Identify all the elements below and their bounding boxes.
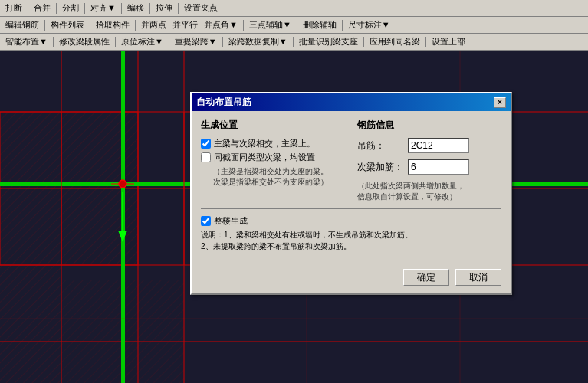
field2-input[interactable]	[408, 159, 469, 175]
dialog-footer: 确定 取消	[192, 266, 511, 293]
sep2	[56, 3, 57, 14]
dialog-title: 自动布置吊筋	[196, 96, 251, 109]
confirm-button[interactable]: 确定	[403, 269, 449, 286]
toolbar-twopoint[interactable]: 并两点	[139, 18, 169, 31]
toolbar-top: 打断 合并 分割 对齐▼ 编移 拉伸 设置夹点	[0, 0, 588, 17]
sep15	[169, 37, 169, 47]
toolbar-edit-rebar[interactable]: 编辑钢筋	[3, 18, 41, 31]
checkbox1[interactable]	[201, 139, 211, 149]
toolbar-cut[interactable]: 打断	[3, 2, 25, 15]
toolbar-3axis[interactable]: 三点辅轴▼	[247, 18, 294, 31]
field1-input[interactable]	[408, 138, 469, 153]
toolbar-set-top[interactable]: 设置上部	[429, 35, 468, 48]
toolbar-mid: 编辑钢筋 构件列表 拾取构件 并两点 并平行 并点角▼ 三点辅轴▼ 删除辅轴 尺…	[0, 17, 588, 34]
toolbar-del-axis[interactable]: 删除辅轴	[301, 18, 339, 31]
sep11	[297, 20, 297, 31]
sep8	[90, 20, 90, 31]
sep12	[342, 20, 343, 31]
field1-label: 吊筋：	[357, 139, 403, 152]
field2-row: 次梁加筋：	[357, 159, 501, 175]
toolbar-re-beam[interactable]: 重提梁跨▼	[172, 35, 219, 48]
cancel-button[interactable]: 取消	[455, 269, 501, 286]
dialog-close-button[interactable]: ×	[494, 97, 506, 108]
sep18	[363, 37, 364, 47]
toolbar-dim[interactable]: 尺寸标注▼	[346, 18, 393, 31]
checkbox2-label: 同截面同类型次梁，均设置	[214, 152, 315, 162]
left-section-title: 生成位置	[201, 119, 345, 132]
section-right: 钢筋信息 吊筋： 次梁加筋： （此处指次梁两侧共增加数量，信息取自计算设置，可修…	[357, 119, 501, 202]
sep10	[243, 20, 244, 31]
toolbar-setpoint[interactable]: 设置夹点	[182, 2, 220, 15]
toolbar-angle[interactable]: 并点角▼	[202, 18, 240, 31]
toolbar-copy-span[interactable]: 梁跨数据复制▼	[226, 35, 290, 48]
sep13	[53, 37, 54, 47]
toolbar-pick[interactable]: 拾取构件	[94, 18, 132, 31]
dialog-titlebar: 自动布置吊筋 ×	[192, 93, 511, 111]
sep14	[115, 37, 116, 47]
whole-floor-row: 整楼生成	[201, 215, 501, 226]
section-left: 生成位置 主梁与次梁相交，主梁上。 同截面同类型次梁，均设置 （主梁是指梁相交处…	[201, 119, 345, 202]
toolbar-move[interactable]: 编移	[125, 2, 146, 15]
dialog-auto-stirrup: 自动布置吊筋 × 生成位置 主梁与次梁相交，主梁上。 同截面同类型次梁，均设置 …	[190, 92, 512, 295]
desc-text: 说明：1、梁和梁相交处有柱或墙时，不生成吊筋和次梁加筋。 2、未提取梁跨的梁不布…	[201, 229, 501, 252]
whole-floor-label: 整楼生成	[214, 215, 248, 226]
checkbox2[interactable]	[201, 152, 211, 162]
toolbar-merge[interactable]: 合并	[31, 2, 53, 15]
svg-rect-12	[0, 265, 61, 383]
whole-floor-checkbox[interactable]	[201, 216, 211, 226]
desc-line1: 说明：1、梁和梁相交处有柱或墙时，不生成吊筋和次梁加筋。	[201, 231, 412, 239]
right-section-title: 钢筋信息	[357, 119, 501, 132]
dialog-sections: 生成位置 主梁与次梁相交，主梁上。 同截面同类型次梁，均设置 （主梁是指梁相交处…	[201, 119, 501, 202]
toolbar-apply-same[interactable]: 应用到同名梁	[367, 35, 422, 48]
toolbar-split[interactable]: 分割	[60, 2, 81, 15]
toolbar-bot: 智能布置▼ 修改梁段属性 原位标注▼ 重提梁跨▼ 梁跨数据复制▼ 批量识别梁支座…	[0, 34, 588, 51]
sep4	[121, 3, 122, 14]
checkbox1-row: 主梁与次梁相交，主梁上。	[201, 138, 345, 149]
toolbar-parallel[interactable]: 并平行	[170, 18, 200, 31]
sep5	[149, 3, 150, 14]
sep16	[222, 37, 223, 47]
field1-row: 吊筋：	[357, 138, 501, 153]
toolbar-position-mark[interactable]: 原位标注▼	[119, 35, 166, 48]
sep17	[293, 37, 294, 47]
toolbar-batch-id[interactable]: 批量识别梁支座	[297, 35, 360, 48]
field2-label: 次梁加筋：	[357, 161, 403, 174]
svg-rect-10	[0, 112, 138, 265]
checkbox2-row: 同截面同类型次梁，均设置	[201, 152, 345, 162]
sep19	[425, 37, 426, 47]
sep9	[135, 20, 136, 31]
toolbar-align[interactable]: 对齐▼	[88, 2, 118, 15]
divider	[201, 208, 501, 209]
sep7	[44, 20, 45, 31]
toolbar-modify-beam[interactable]: 修改梁段属性	[57, 35, 112, 48]
sep6	[178, 3, 179, 14]
desc-line2: 2、未提取梁跨的梁不布置吊筋和次梁加筋。	[201, 242, 351, 250]
checkbox1-label: 主梁与次梁相交，主梁上。	[214, 138, 315, 149]
sub-note-text: （此处指次梁两侧共增加数量，信息取自计算设置，可修改）	[357, 181, 501, 202]
toolbar-stretch[interactable]: 拉伸	[153, 2, 175, 15]
dialog-body: 生成位置 主梁与次梁相交，主梁上。 同截面同类型次梁，均设置 （主梁是指梁相交处…	[192, 111, 511, 266]
toolbar-component-list[interactable]: 构件列表	[48, 18, 87, 31]
sep3	[84, 3, 85, 14]
note1-text: （主梁是指梁相交处为支座的梁。次梁是指梁相交处不为支座的梁）	[213, 166, 345, 188]
toolbar-smart-layout[interactable]: 智能布置▼	[3, 35, 50, 48]
sep1	[28, 3, 28, 14]
